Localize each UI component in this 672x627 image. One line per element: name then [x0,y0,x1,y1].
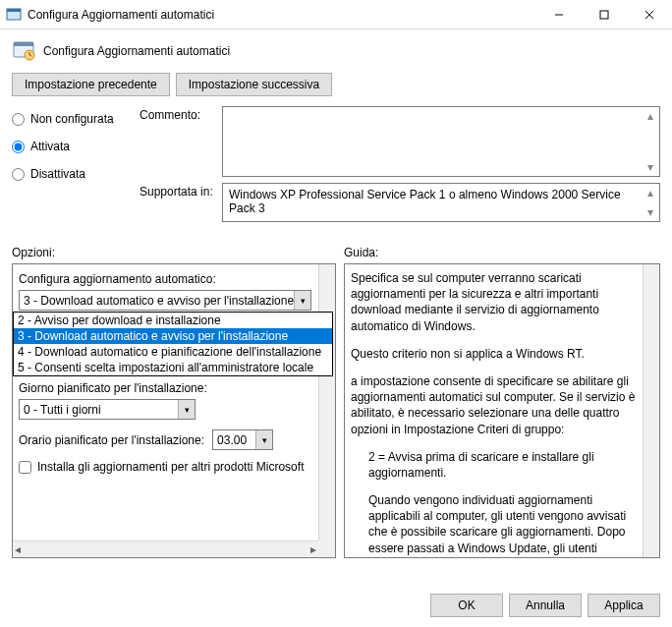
other-products-checkbox[interactable] [19,461,31,474]
radio-enabled[interactable]: Attivata [12,140,120,153]
svg-rect-1 [7,9,21,12]
install-time-label: Orario pianificato per l'installazione: [19,433,204,447]
svg-rect-3 [600,11,608,19]
maximize-button[interactable] [582,0,627,29]
comment-scrollbar[interactable]: ▴▾ [644,109,657,174]
config-option-2[interactable]: 2 - Avviso per download e installazione [14,313,332,328]
options-pane: Configura aggiornamento automatico: 3 - … [12,263,336,558]
supported-box: Windows XP Professional Service Pack 1 o… [222,183,660,222]
comment-textarea[interactable]: ▴▾ [222,106,660,177]
config-option-3[interactable]: 3 - Download automatico e avviso per l'i… [14,328,332,344]
close-button[interactable] [627,0,672,29]
install-time-combo[interactable]: 03.00 ▾ [212,429,273,450]
ok-button[interactable]: OK [430,594,503,617]
options-hscrollbar[interactable]: ◂▸ [13,541,318,557]
policy-icon [12,39,35,63]
guide-p5: Quando vengono individuati aggiornamenti… [351,492,640,558]
app-icon [6,7,22,23]
guide-vscrollbar[interactable] [643,264,659,557]
header-title: Configura Aggiornamenti automatici [43,44,230,58]
nav-row: Impostazione precedente Impostazione suc… [0,67,672,106]
header: Configura Aggiornamenti automatici [0,29,672,67]
radio-not-configured-label: Non configurata [30,112,114,126]
supported-text: Windows XP Professional Service Pack 1 o… [229,188,621,215]
state-radio-group: Non configurata Attivata Disattivata [12,106,120,228]
next-setting-button[interactable]: Impostazione successiva [176,73,332,96]
install-day-label: Giorno pianificato per l'installazione: [19,381,329,395]
other-products-checkbox-row[interactable]: Installa gli aggiornamenti per altri pro… [19,460,329,474]
radio-enabled-label: Attivata [30,140,70,153]
radio-disabled[interactable]: Disattivata [12,167,120,181]
footer: OK Annulla Applica [430,594,660,617]
radio-not-configured[interactable]: Non configurata [12,112,120,126]
supported-scrollbar[interactable]: ▴▾ [644,186,657,219]
radio-not-configured-input[interactable] [12,113,25,126]
guide-p1: Specifica se sul computer verranno scari… [351,270,640,334]
window-title: Configura Aggiornamenti automatici [28,8,536,22]
svg-rect-7 [14,42,33,46]
config-update-value: 3 - Download automatico e avviso per l'i… [24,294,294,308]
install-day-value: 0 - Tutti i giorni [24,403,101,417]
title-bar: Configura Aggiornamenti automatici [0,0,672,29]
config-option-5[interactable]: 5 - Consenti scelta impostazioni all'amm… [14,360,332,375]
options-scroll-corner [318,541,335,557]
radio-disabled-label: Disattivata [30,167,85,181]
chevron-down-icon: ▾ [255,430,272,449]
config-update-label: Configura aggiornamento automatico: [19,272,329,286]
guide-p3: a impostazione consente di specificare s… [351,373,640,437]
config-update-dropdown[interactable]: 2 - Avviso per download e installazione … [13,312,333,376]
prev-setting-button[interactable]: Impostazione precedente [12,73,170,96]
chevron-down-icon: ▾ [294,291,310,310]
supported-label: Supportata in: [140,183,216,199]
apply-button[interactable]: Applica [588,594,660,617]
guide-label: Guida: [336,246,660,259]
options-vscrollbar[interactable] [318,264,335,541]
cancel-button[interactable]: Annulla [509,594,582,617]
chevron-down-icon: ▾ [178,400,195,419]
config-update-combo[interactable]: 3 - Download automatico e avviso per l'i… [19,290,311,311]
guide-p4: 2 = Avvisa prima di scaricare e installa… [351,449,640,481]
guide-p2: Questo criterio non si applica a Windows… [351,346,640,362]
config-option-4[interactable]: 4 - Download automatico e pianificazione… [14,344,332,360]
install-time-value: 03.00 [217,433,247,447]
other-products-label: Installa gli aggiornamenti per altri pro… [37,460,304,474]
comment-label: Commento: [140,106,216,122]
install-day-combo[interactable]: 0 - Tutti i giorni ▾ [19,399,196,420]
minimize-button[interactable] [536,0,582,29]
guide-pane: Specifica se sul computer verranno scari… [344,263,660,558]
options-label: Opzioni: [12,246,336,259]
radio-enabled-input[interactable] [12,141,25,153]
radio-disabled-input[interactable] [12,168,25,181]
